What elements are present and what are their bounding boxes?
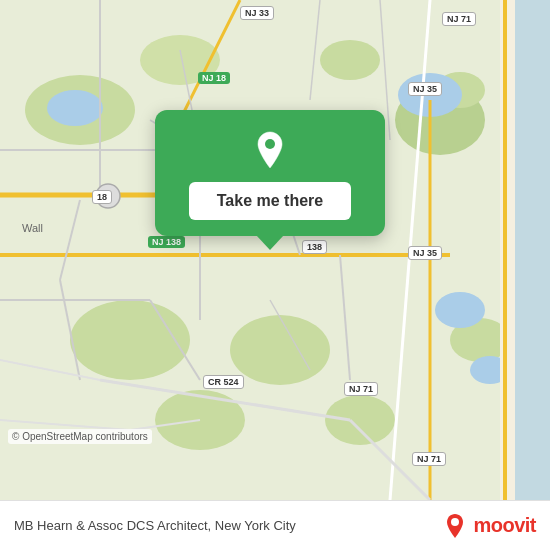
road-label-138b: 138: [302, 240, 327, 254]
road-label-nj138a: NJ 138: [148, 236, 185, 248]
map-label-wall: Wall: [22, 222, 43, 234]
svg-point-3: [320, 40, 380, 80]
moovit-text: moovit: [473, 514, 536, 537]
svg-point-7: [230, 315, 330, 385]
svg-point-13: [435, 292, 485, 328]
take-me-there-button[interactable]: Take me there: [189, 182, 351, 220]
location-text: MB Hearn & Assoc DCS Architect, New York…: [14, 518, 441, 533]
svg-rect-15: [510, 0, 550, 500]
road-label-nj71a: NJ 71: [442, 12, 476, 26]
map-container: NJ 18 NJ 33 NJ 71 NJ 35 NJ 138 138 NJ 35…: [0, 0, 550, 500]
svg-point-11: [47, 90, 103, 126]
road-label-cr524: CR 524: [203, 375, 244, 389]
road-label-nj35a: NJ 35: [408, 82, 442, 96]
road-label-nj35b: NJ 35: [408, 246, 442, 260]
popup-card: Take me there: [155, 110, 385, 236]
svg-point-6: [70, 300, 190, 380]
svg-point-46: [451, 518, 459, 526]
location-pin-icon: [248, 128, 292, 172]
bottom-bar: MB Hearn & Assoc DCS Architect, New York…: [0, 500, 550, 550]
svg-point-9: [325, 395, 395, 445]
map-attribution: © OpenStreetMap contributors: [8, 429, 152, 444]
road-label-18: 18: [92, 190, 112, 204]
road-label-nj18: NJ 18: [198, 72, 230, 84]
svg-point-45: [265, 139, 275, 149]
road-label-nj71b: NJ 71: [344, 382, 378, 396]
road-label-nj33: NJ 33: [240, 6, 274, 20]
moovit-logo: moovit: [441, 512, 536, 540]
road-label-nj71c: NJ 71: [412, 452, 446, 466]
moovit-pin-icon: [441, 512, 469, 540]
svg-rect-16: [500, 0, 515, 500]
